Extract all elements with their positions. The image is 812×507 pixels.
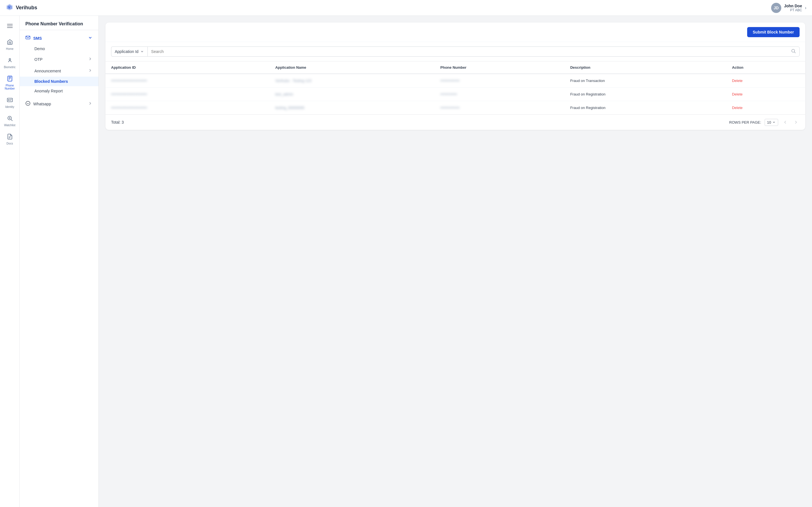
svg-rect-3 (7, 24, 13, 24)
announcement-chevron-icon (88, 68, 93, 74)
sidebar-item-watchlist[interactable]: Watchlist (1, 112, 18, 129)
prev-page-button[interactable] (781, 119, 789, 126)
table-footer: Total: 3 ROWS PER PAGE: 10 (105, 114, 805, 130)
sms-chevron-icon (88, 35, 93, 41)
col-action: Action (726, 61, 805, 74)
announcement-label: Announcement (35, 69, 61, 73)
rows-per-page-label: ROWS PER PAGE: (729, 120, 761, 124)
svg-point-22 (26, 101, 30, 106)
sms-section: SMS Demo OTP (20, 30, 98, 98)
docs-icon (7, 133, 13, 141)
sidebar-item-identity[interactable]: Identity (1, 94, 18, 111)
nav-sidebar-title: Phone Number Verification (20, 16, 98, 30)
watchlist-label: Watchlist (4, 124, 15, 127)
otp-chevron-icon (88, 56, 93, 62)
icon-sidebar: Home Biometric Phone Numb (0, 16, 20, 507)
sidebar-item-home[interactable]: Home (1, 36, 18, 53)
data-table-wrapper: Application ID Application Name Phone Nu… (105, 61, 805, 114)
nav-item-whatsapp-left: Whatsapp (26, 101, 51, 107)
filter-bar: Application Id (105, 42, 805, 61)
cell-app-id-2: •••••••••••••••••••••••••••• (105, 101, 269, 115)
delete-button-1[interactable]: Delete (732, 92, 743, 96)
nav-item-sms[interactable]: SMS (20, 33, 98, 44)
svg-line-24 (794, 52, 795, 53)
col-description: Description (564, 61, 726, 74)
sms-label: SMS (33, 36, 42, 41)
sms-children: Demo OTP Announcement (20, 44, 98, 96)
delete-button-2[interactable]: Delete (732, 106, 743, 110)
identity-icon (7, 97, 13, 104)
hamburger-menu[interactable] (5, 20, 15, 33)
col-application-name: Application Name (269, 61, 435, 74)
filter-dropdown-chevron (140, 50, 144, 54)
cell-app-name-0: Verihubs - Testing 123 (269, 74, 435, 88)
home-icon (7, 39, 13, 46)
filter-dropdown-label: Application Id (115, 49, 139, 54)
nav-item-whatsapp[interactable]: Whatsapp (20, 98, 98, 110)
cell-action-1: Delete (726, 88, 805, 101)
topnav: V Verihubs JD John Doe PT ABC › (0, 0, 812, 16)
svg-text:V: V (8, 6, 10, 9)
table-row: •••••••••••••••••••••••••••• testing_000… (105, 101, 805, 115)
delete-button-0[interactable]: Delete (732, 78, 743, 83)
identity-label: Identity (5, 105, 14, 108)
submit-block-number-button[interactable]: Submit Block Number (747, 27, 800, 37)
docs-label: Docs (6, 142, 13, 145)
cell-phone-0: ••••••••••••••• (435, 74, 565, 88)
cell-action-2: Delete (726, 101, 805, 115)
svg-rect-5 (7, 27, 13, 28)
next-page-icon (794, 120, 799, 125)
search-icon (791, 48, 796, 55)
user-menu-chevron[interactable]: › (805, 5, 806, 10)
whatsapp-chevron-icon (88, 101, 93, 107)
cell-app-name-2: testing_00000000 (269, 101, 435, 115)
phone-number-label: Phone Number (4, 84, 16, 90)
user-menu[interactable]: JD John Doe PT ABC › (771, 3, 806, 13)
whatsapp-icon (26, 101, 31, 107)
svg-rect-4 (7, 25, 13, 26)
table-row: •••••••••••••••••••••••••••• test_admin … (105, 88, 805, 101)
logo-icon: V (6, 3, 13, 13)
svg-point-23 (792, 49, 795, 52)
nav-sub-item-announcement[interactable]: Announcement (20, 65, 98, 76)
cell-description-0: Fraud on Transaction (564, 74, 726, 88)
card-toolbar: Submit Block Number (105, 22, 805, 42)
nav-sub-item-anomaly-report[interactable]: Anomaly Report (20, 86, 98, 96)
cell-app-id-0: •••••••••••••••••••••••••••• (105, 74, 269, 88)
svg-line-16 (11, 119, 12, 121)
biometric-label: Biometric (4, 66, 16, 69)
rows-per-page-chevron (772, 121, 776, 124)
nav-sub-item-demo[interactable]: Demo (20, 44, 98, 54)
application-id-filter[interactable]: Application Id (111, 47, 147, 57)
cell-description-1: Fraud on Registration (564, 88, 726, 101)
sidebar-item-phone-number[interactable]: Phone Number (1, 73, 18, 93)
nav-sub-item-blocked-numbers[interactable]: Blocked Numbers (20, 76, 98, 86)
svg-point-6 (9, 59, 11, 60)
sidebar-item-biometric[interactable]: Biometric (1, 54, 18, 71)
user-info: John Doe PT ABC (784, 4, 802, 12)
nav-item-sms-left: SMS (26, 35, 42, 41)
col-application-id: Application ID (105, 61, 269, 74)
main-content: Submit Block Number Application Id (99, 16, 812, 507)
logo: V Verihubs (6, 3, 37, 13)
nav-sub-item-otp[interactable]: OTP (20, 54, 98, 65)
sidebar-item-docs[interactable]: Docs (1, 131, 18, 148)
logo-text: Verihubs (16, 5, 37, 11)
biometric-icon (7, 57, 13, 64)
sms-icon (26, 35, 31, 41)
prev-page-icon (783, 120, 788, 125)
rows-per-page-value: 10 (767, 120, 771, 124)
user-company: PT ABC (784, 8, 802, 12)
whatsapp-label: Whatsapp (33, 102, 51, 106)
search-input[interactable] (151, 47, 791, 56)
watchlist-icon (7, 115, 13, 122)
next-page-button[interactable] (792, 119, 800, 126)
avatar: JD (771, 3, 781, 13)
rows-per-page-select[interactable]: 10 (765, 119, 778, 126)
cell-description-2: Fraud on Registration (564, 101, 726, 115)
total-count: Total: 3 (111, 120, 124, 124)
phone-number-icon (7, 75, 13, 83)
pagination-controls: ROWS PER PAGE: 10 (729, 119, 800, 126)
cell-app-id-1: •••••••••••••••••••••••••••• (105, 88, 269, 101)
nav-sidebar: Phone Number Verification SMS (20, 16, 99, 507)
